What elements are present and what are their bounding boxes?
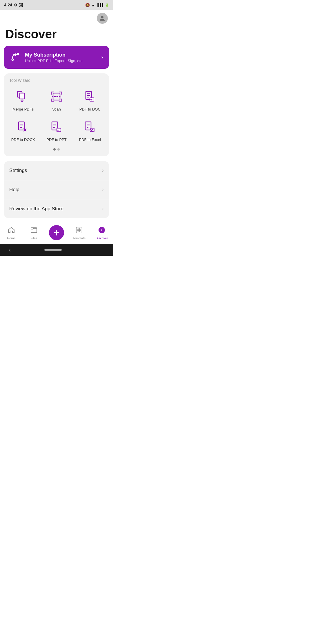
tool-pdf-to-excel-label: PDF to Excel [79,138,101,142]
settings-menu-card: Settings › Help › Review on the App Stor… [4,161,109,218]
tool-scan-label: Scan [52,107,61,111]
nav-item-add[interactable] [45,226,68,240]
subscription-subtitle: Unlock PDF Edit, Export, Sign, etc [25,59,82,63]
settings-label: Settings [9,168,27,173]
svg-text:W: W [90,99,92,101]
template-icon [75,226,83,236]
svg-rect-5 [20,93,24,99]
settings-item-review[interactable]: Review on the App Store › [4,199,109,218]
nav-files-label: Files [30,236,37,240]
nav-item-home[interactable]: Home [0,226,23,240]
signal-icon: ▐▐▐ [97,3,103,7]
tool-pdf-to-excel[interactable]: PDF to Excel [74,117,106,144]
back-button[interactable]: ‹ [9,247,11,253]
nav-item-template[interactable]: Template [68,226,90,240]
svg-rect-35 [79,228,81,230]
home-icon [8,226,15,236]
discover-icon [98,226,105,236]
nav-discover-label: Discover [96,236,108,240]
tool-pdf-to-ppt-label: PDF to PPT [46,138,66,142]
tool-pdf-to-ppt[interactable]: P PDF to PPT [40,117,72,144]
svg-point-0 [101,16,103,18]
tool-pdf-to-docx[interactable]: PDF to DOCX [7,117,39,144]
tool-merge-pdfs[interactable]: Merge PDFs [7,87,39,114]
page-title: Discover [0,25,113,46]
svg-rect-37 [79,230,81,232]
settings-item-settings[interactable]: Settings › [4,161,109,180]
help-chevron-icon: › [102,187,104,193]
carousel-dots [7,148,106,151]
nav-template-label: Template [73,236,86,240]
avatar[interactable] [97,13,108,24]
svg-text:P: P [57,129,59,131]
photo-status-icon: 🖼 [19,3,23,7]
svg-rect-34 [77,228,79,230]
tool-grid: Merge PDFs Scan W PDF [7,87,106,144]
muted-icon: 🔕 [85,3,90,7]
nav-item-discover[interactable]: Discover [90,226,113,240]
tool-pdf-to-doc[interactable]: W PDF to DOC [74,87,106,114]
add-button[interactable] [49,225,64,240]
tool-wizard-title: Tool Wizard [7,78,106,83]
subscription-chevron-icon: › [101,54,103,61]
nav-item-files[interactable]: Files [23,226,45,240]
nav-home-label: Home [7,236,15,240]
status-bar: 4:24 ⚙ 🖼 🔕 ▲ ▐▐▐ 🔋 [0,0,113,10]
settings-chevron-icon: › [102,167,104,173]
bottom-nav: Home Files T [0,223,113,244]
battery-icon: 🔋 [105,3,109,7]
tool-pdf-to-doc-label: PDF to DOC [79,107,101,111]
tool-pdf-to-docx-label: PDF to DOCX [11,138,35,142]
tool-merge-pdfs-label: Merge PDFs [12,107,34,111]
svg-rect-36 [77,230,79,232]
header [0,10,113,25]
subscription-banner[interactable]: My Subscription Unlock PDF Edit, Export,… [4,46,109,69]
review-chevron-icon: › [102,206,104,212]
wifi-icon: ▲ [91,3,95,7]
review-label: Review on the App Store [9,206,63,212]
dot-2[interactable] [57,148,60,151]
subscription-title: My Subscription [25,52,82,58]
tool-scan[interactable]: Scan [40,87,72,114]
gear-status-icon: ⚙ [14,3,17,7]
system-nav: ‹ [0,244,113,256]
home-pill[interactable] [44,249,62,251]
settings-item-help[interactable]: Help › [4,180,109,199]
time-display: 4:24 [4,3,12,7]
subscription-icon [10,51,21,64]
svg-point-1 [12,59,14,61]
files-icon [30,226,38,236]
help-label: Help [9,187,19,193]
tool-wizard-card: Tool Wizard Merge PDFs Scan [4,73,109,156]
dot-1[interactable] [53,148,56,151]
